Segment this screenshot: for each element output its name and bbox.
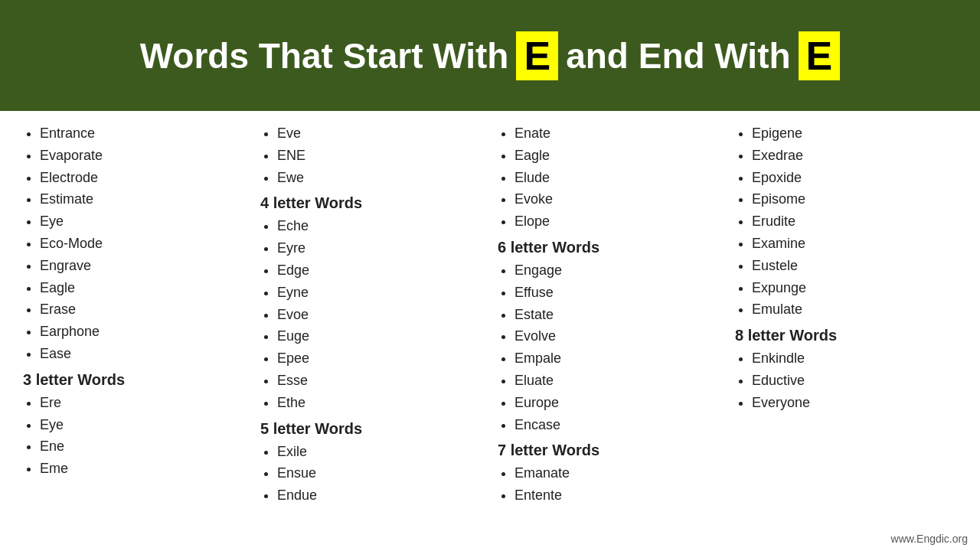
content-grid: EntranceEvaporateElectrodeEstimateEyeEco… (0, 111, 980, 551)
list-item: Eustele (752, 255, 957, 277)
list-item: Eve (277, 122, 482, 145)
list-item: Edge (277, 259, 482, 282)
list-item: Ease (40, 343, 245, 365)
list-item: Esse (277, 370, 482, 392)
list-item: Episome (752, 188, 957, 210)
list-item: Eluate (514, 370, 720, 392)
list-item: Epee (277, 347, 482, 370)
list-item: ENE (277, 145, 482, 167)
list-item: Exile (277, 441, 482, 463)
list-item: Eme (40, 458, 245, 480)
list-item: Everyone (752, 392, 957, 414)
list-item: Eye (40, 414, 245, 436)
column-2: EnateEagleEludeEvokeElope6 letter WordsE… (490, 122, 727, 543)
list-item: Eagle (40, 277, 245, 299)
list-item: Ene (40, 435, 245, 458)
list-item: Entente (514, 484, 720, 507)
list-item: Engrave (40, 255, 245, 277)
list-item: Electrode (40, 167, 245, 189)
list-item: Earphone (40, 321, 245, 343)
list-item: Engage (514, 259, 720, 282)
list-item: Estimate (40, 188, 245, 210)
header-letter1: E (516, 31, 558, 80)
list-item: Estate (514, 304, 720, 326)
list-item: Enate (514, 122, 720, 145)
list-item: Encase (514, 414, 720, 436)
list-item: Emulate (752, 298, 957, 321)
section-heading: 7 letter Words (498, 442, 720, 459)
section-heading: 6 letter Words (498, 239, 720, 256)
section-heading: 4 letter Words (260, 194, 482, 212)
list-item: Epigene (752, 122, 957, 145)
list-item: Eagle (514, 145, 720, 167)
list-item: Enkindle (752, 347, 957, 370)
list-item: Eyne (277, 282, 482, 304)
list-item: Entrance (40, 122, 245, 145)
section-heading: 5 letter Words (260, 420, 482, 438)
list-item: Eche (277, 215, 482, 237)
list-item: Evoke (514, 188, 720, 210)
list-item: Examine (752, 233, 957, 255)
list-item: Elude (514, 167, 720, 189)
list-item: Ewe (277, 167, 482, 189)
header-prefix: Words That Start With (140, 35, 509, 77)
list-item: Expunge (752, 277, 957, 299)
list-item: Elope (514, 210, 720, 233)
list-item: Eyre (277, 237, 482, 259)
list-item: Eductive (752, 370, 957, 392)
column-0: EntranceEvaporateElectrodeEstimateEyeEco… (15, 122, 253, 543)
list-item: Emanate (514, 462, 720, 484)
list-item: Effuse (514, 282, 720, 304)
header-middle: and End With (566, 35, 790, 77)
list-item: Erase (40, 298, 245, 321)
section-heading: 3 letter Words (23, 371, 245, 389)
column-1: EveENEEwe4 letter WordsEcheEyreEdgeEyneE… (253, 122, 490, 543)
list-item: Europe (514, 392, 720, 414)
column-3: EpigeneExedraeEpoxideEpisomeEruditeExami… (727, 122, 965, 543)
list-item: Ethe (277, 392, 482, 414)
footer: www.Engdic.org (891, 533, 968, 545)
list-item: Erudite (752, 210, 957, 233)
list-item: Evaporate (40, 145, 245, 167)
list-item: Eye (40, 210, 245, 233)
header-title: Words That Start With E and End With E (140, 31, 841, 80)
header-letter2: E (799, 31, 841, 80)
list-item: Eco-Mode (40, 233, 245, 255)
list-item: Exedrae (752, 145, 957, 167)
list-item: Euge (277, 325, 482, 347)
list-item: Ensue (277, 462, 482, 484)
list-item: Epoxide (752, 167, 957, 189)
header: Words That Start With E and End With E (0, 0, 980, 111)
list-item: Ere (40, 392, 245, 414)
list-item: Endue (277, 484, 482, 507)
list-item: Empale (514, 347, 720, 370)
list-item: Evoe (277, 304, 482, 326)
section-heading: 8 letter Words (735, 327, 957, 344)
list-item: Evolve (514, 325, 720, 347)
